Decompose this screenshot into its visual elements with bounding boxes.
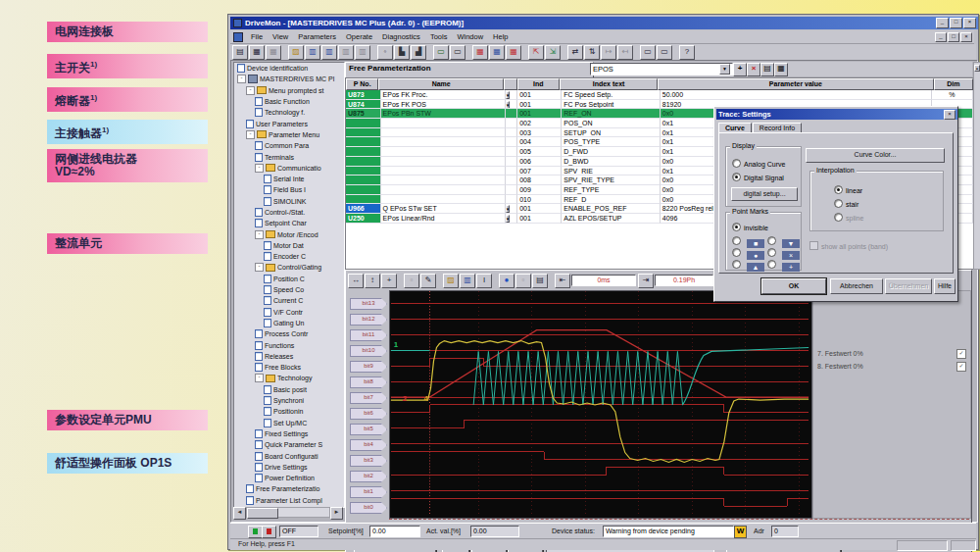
toolbar-button-4-icon[interactable]: ▨ <box>288 45 304 60</box>
tree-item-gating-un[interactable]: Gating Un <box>234 318 344 328</box>
tree-item-control-gating[interactable]: -Control/Gating <box>234 262 344 273</box>
dropdown-icon[interactable]: ▾ <box>506 205 511 213</box>
toolbar-button-21-icon[interactable]: ↦ <box>601 45 616 60</box>
tree-item-position-c[interactable]: Position C <box>234 274 344 284</box>
scroll-left-icon[interactable]: ◄ <box>233 507 246 520</box>
child-close-icon[interactable]: × <box>960 32 972 42</box>
tree-item-simolink[interactable]: SIMOLINK <box>234 196 344 207</box>
tree-item-positionin[interactable]: Positionin <box>234 406 344 417</box>
blank-icon[interactable]: ▫ <box>515 274 531 288</box>
info-icon[interactable]: I <box>476 274 492 288</box>
dropdown-icon[interactable]: ▾ <box>506 101 511 109</box>
tree-item-encoder-c[interactable]: Encoder C <box>234 251 344 262</box>
tree-item-masterdrives-mc-pl[interactable]: -MASTERDRIVES MC Pl <box>234 74 344 84</box>
close-icon[interactable]: × <box>963 18 976 28</box>
tree-expander-icon[interactable]: - <box>255 164 264 173</box>
toolbar-button-18-icon[interactable]: ⇲ <box>545 45 561 60</box>
minimize-icon[interactable]: _ <box>936 18 949 28</box>
toolbar-button-17-icon[interactable]: ⇱ <box>528 45 544 60</box>
column-header-name[interactable]: Name <box>378 78 504 90</box>
column-header-dd[interactable] <box>504 78 517 90</box>
list-options-button[interactable]: ▦ <box>774 63 788 76</box>
point-mark-triangle-down-radio[interactable]: ▼ <box>767 236 800 248</box>
chevron-down-icon[interactable]: ▼ <box>719 64 730 75</box>
toolbar-button-13-icon[interactable]: ▭ <box>450 45 466 60</box>
dropdown-icon[interactable]: ▾ <box>506 91 511 99</box>
child-minimize-icon[interactable]: _ <box>935 32 947 42</box>
tree-item-basic-function[interactable]: Basic Function <box>234 96 344 107</box>
apply-button[interactable]: Übernehmen <box>885 278 932 294</box>
child-window-icon[interactable] <box>233 32 243 42</box>
menu-item-operate[interactable]: Operate <box>341 32 377 41</box>
maximize-icon[interactable]: □ <box>950 18 962 28</box>
tree-item-parameter-menu[interactable]: -Parameter Menu <box>234 129 344 140</box>
tree-item-synchroni[interactable]: Synchroni <box>234 395 344 406</box>
tree-item-terminals[interactable]: Terminals <box>234 151 344 162</box>
menu-item-tools[interactable]: Tools <box>425 32 453 41</box>
table-row[interactable]: U873EPos FK Proc.▾001FC Speed Setp.50.00… <box>346 90 973 100</box>
digital-setup-button[interactable]: digital setup... <box>731 187 798 201</box>
menu-item-view[interactable]: View <box>268 32 293 41</box>
menu-item-help[interactable]: Help <box>488 32 513 41</box>
tree-item-process-contr[interactable]: Process Contr <box>234 328 344 339</box>
curve-color-button[interactable]: Curve Color... <box>806 148 945 163</box>
new-list-button[interactable]: ▤ <box>760 63 774 76</box>
digital-signal-radio[interactable]: Digital Signal <box>732 173 784 181</box>
show-all-points-checkbox[interactable]: show all points (band) <box>809 241 888 250</box>
tree-item-motor-dat[interactable]: Motor Dat <box>234 240 344 251</box>
tree-expander-icon[interactable]: - <box>255 374 264 382</box>
parameter-set-combobox[interactable]: EPOS ▼ <box>590 63 733 75</box>
toolbar-button-6-icon[interactable]: ▥ <box>321 45 337 60</box>
toolbar-button-25-icon[interactable]: ? <box>679 45 695 60</box>
zoom-y-icon[interactable]: ↕ <box>365 274 380 288</box>
interpolation-stair-radio[interactable]: stair <box>834 199 858 208</box>
add-parameter-button[interactable]: + <box>733 63 747 76</box>
menu-item-parameters[interactable]: Parameters <box>293 32 341 41</box>
delete-parameter-button[interactable]: × <box>747 63 760 76</box>
point-mark-triangle-up-radio[interactable]: ▲ <box>732 260 764 272</box>
tree-expander-icon[interactable]: - <box>246 86 255 95</box>
tree-item-power-definition[interactable]: Power Definition <box>234 473 344 483</box>
tree-item-quick-parameter-s[interactable]: Quick Parameter S <box>234 439 344 450</box>
tree-item-serial-inte[interactable]: Serial Inte <box>234 174 344 184</box>
toolbar-button-14-icon[interactable]: ▦ <box>472 45 488 60</box>
tree-item-field-bus-i[interactable]: Field Bus I <box>234 184 344 195</box>
toolbar-button-15-icon[interactable]: ▦ <box>489 45 505 60</box>
tree-item-free-blocks[interactable]: Free Blocks <box>234 362 344 373</box>
analog-curve-radio[interactable]: Analog Curve <box>732 159 785 168</box>
invisible-radio[interactable]: invisible <box>732 223 768 231</box>
setpoint-field[interactable]: 0.00 <box>369 526 420 537</box>
tree-item-setpoint-char[interactable]: Setpoint Char <box>234 218 344 228</box>
point-mark-cross-radio[interactable]: × <box>767 248 800 260</box>
drive-on-button[interactable] <box>248 526 263 538</box>
scroll-thumb[interactable] <box>247 508 278 519</box>
toolbar-button-20-icon[interactable]: ⇅ <box>584 45 600 60</box>
tree-item-drive-settings[interactable]: Drive Settings <box>234 462 344 473</box>
channel-checkbox[interactable]: ✓ <box>956 349 966 359</box>
column-header-pno[interactable]: P No. <box>346 78 378 90</box>
menu-item-diagnostics[interactable]: Diagnostics <box>377 32 425 41</box>
tree-expander-icon[interactable]: - <box>237 75 246 83</box>
tree-item-technology[interactable]: -Technology <box>234 373 344 383</box>
point-mark-circle-radio[interactable]: ● <box>732 248 764 260</box>
tree-item-set-up-mc[interactable]: Set Up/MC <box>234 418 344 428</box>
interpolation-spline-radio[interactable]: spline <box>834 213 863 222</box>
open-icon[interactable]: ▨ <box>443 274 459 288</box>
help-button[interactable]: Hilfe <box>934 278 956 294</box>
tree-item-device-identification[interactable]: Device identification <box>234 63 344 74</box>
toolbar-button-2-icon[interactable]: ▦ <box>249 45 265 60</box>
tree-item-parameter-list-compl[interactable]: Parameter List Compl <box>234 495 344 506</box>
zoom-x-icon[interactable]: ↔ <box>348 274 364 288</box>
channel-checkbox[interactable]: ✓ <box>956 362 966 372</box>
dv-cursor-icon[interactable]: ⇥ <box>638 274 654 288</box>
tree-item-menu-prompted-st[interactable]: -Menu prompted st <box>234 85 344 96</box>
tree-item-fixed-settings[interactable]: Fixed Settings <box>234 428 344 439</box>
tree-item-v-f-contr[interactable]: V/F Contr <box>234 307 344 318</box>
tree-item-free-parameterizatio[interactable]: Free Parameterizatio <box>234 483 344 494</box>
tree-item-communicatio[interactable]: -Communicatio <box>234 163 344 174</box>
tree-expander-icon[interactable]: - <box>246 130 255 139</box>
tree-item-current-c[interactable]: Current C <box>234 295 344 306</box>
tree-item-board-configurati[interactable]: Board Configurati <box>234 450 344 461</box>
dt-cursor-icon[interactable]: ⇤ <box>555 274 570 288</box>
trace-channel-item[interactable]: 7. Festwert 0%✓ <box>817 348 966 359</box>
